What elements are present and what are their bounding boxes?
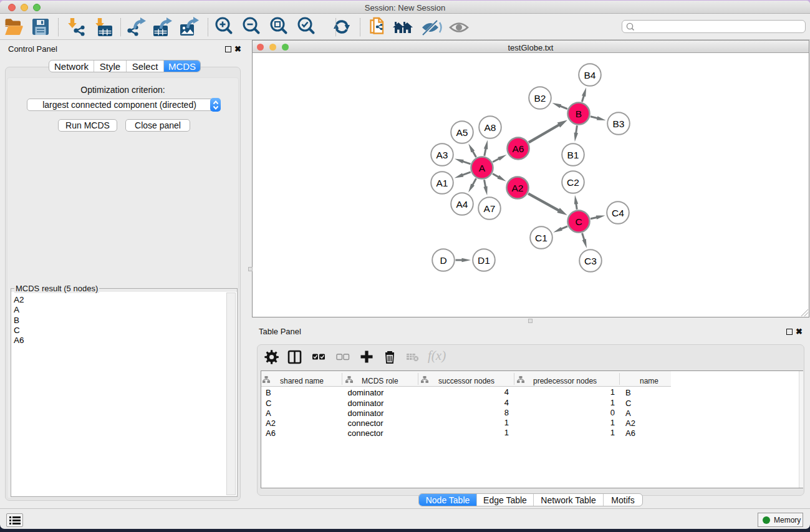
svg-text:A5: A5 [456, 127, 468, 138]
svg-text:D: D [440, 255, 446, 266]
svg-text:B4: B4 [584, 70, 596, 80]
svg-text:A: A [479, 163, 486, 173]
svg-text:C4: C4 [612, 208, 624, 218]
svg-text:A3: A3 [436, 150, 448, 160]
svg-text:B: B [576, 109, 582, 119]
svg-text:C2: C2 [567, 177, 579, 188]
svg-text:B3: B3 [613, 118, 625, 129]
svg-text:C3: C3 [584, 256, 597, 266]
svg-text:C: C [575, 216, 582, 227]
svg-text:C1: C1 [535, 233, 547, 243]
svg-text:A2: A2 [512, 183, 524, 193]
svg-text:A8: A8 [485, 122, 496, 133]
svg-text:B2: B2 [534, 93, 546, 104]
svg-text:A1: A1 [436, 178, 448, 188]
svg-text:D1: D1 [478, 255, 490, 266]
svg-text:B1: B1 [567, 150, 579, 160]
svg-text:A6: A6 [513, 143, 524, 154]
svg-text:A7: A7 [484, 203, 496, 214]
svg-text:A4: A4 [456, 199, 468, 210]
